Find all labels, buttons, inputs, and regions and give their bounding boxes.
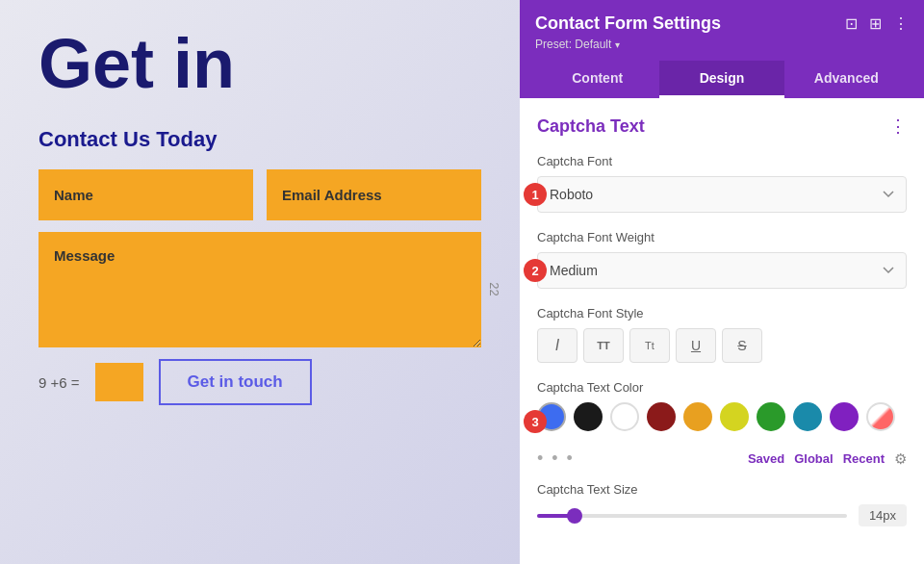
color-green[interactable] xyxy=(757,402,785,431)
italic-button[interactable]: I xyxy=(537,328,578,363)
style-buttons: I TT Tt U S xyxy=(537,328,907,363)
panel-header-icons: ⊡ ⊞ ⋮ xyxy=(845,14,909,33)
underline-button[interactable]: U xyxy=(676,328,716,363)
section-title: Captcha Text xyxy=(537,116,645,137)
captcha-font-weight-group: Captcha Font Weight 2 Medium xyxy=(537,230,907,289)
scroll-number: 22 xyxy=(486,282,500,295)
slider-row: 14px xyxy=(537,504,907,526)
captcha-font-select[interactable]: Roboto xyxy=(537,176,907,213)
color-palette xyxy=(537,402,895,431)
expand-icon[interactable]: ⊡ xyxy=(845,14,858,33)
columns-icon[interactable]: ⊞ xyxy=(869,14,882,33)
slider-value: 14px xyxy=(859,504,907,526)
tab-design[interactable]: Design xyxy=(659,61,783,98)
slider-thumb[interactable] xyxy=(567,508,582,524)
global-btn[interactable]: Global xyxy=(794,451,833,466)
name-field[interactable]: Name xyxy=(38,169,253,220)
color-meta: • • • Saved Global Recent ⚙ xyxy=(537,449,907,469)
captcha-color-label: Captcha Text Color xyxy=(537,380,907,395)
panel-header: Contact Form Settings ⊡ ⊞ ⋮ Preset: Defa… xyxy=(520,0,924,98)
captcha-answer-box[interactable] xyxy=(95,363,143,401)
slider-track[interactable] xyxy=(537,514,847,518)
color-more-btn[interactable]: • • • xyxy=(537,449,575,469)
color-teal[interactable] xyxy=(793,402,822,431)
section-header: Captcha Text ⋮ xyxy=(537,115,907,137)
submit-button[interactable]: Get in touch xyxy=(159,359,312,405)
email-field[interactable]: Email Address xyxy=(267,169,481,220)
panel-tabs: Content Design Advanced xyxy=(535,61,909,98)
form-row-1: Name Email Address xyxy=(38,169,481,220)
captcha-size-label: Captcha Text Size xyxy=(537,482,907,497)
color-orange[interactable] xyxy=(683,402,712,431)
capitalize-button[interactable]: Tt xyxy=(629,328,670,363)
page-title: Get in xyxy=(38,29,481,98)
captcha-color-group: Captcha Text Color 3 • • • xyxy=(537,380,907,469)
strikethrough-button[interactable]: S xyxy=(722,328,762,363)
color-darkred[interactable] xyxy=(647,402,676,431)
message-field[interactable]: Message xyxy=(38,232,481,347)
preset-label[interactable]: Preset: Default ▾ xyxy=(535,38,909,51)
color-settings-icon[interactable]: ⚙ xyxy=(894,450,907,468)
saved-btn[interactable]: Saved xyxy=(748,451,784,466)
settings-panel: Contact Form Settings ⊡ ⊞ ⋮ Preset: Defa… xyxy=(520,0,924,564)
captcha-style-label: Captcha Font Style xyxy=(537,306,907,320)
panel-content: Captcha Text ⋮ Captcha Font 1 Roboto Cap… xyxy=(520,98,924,564)
captcha-font-label: Captcha Font xyxy=(537,154,907,168)
color-yellow[interactable] xyxy=(720,402,749,431)
section-more-icon[interactable]: ⋮ xyxy=(889,115,907,137)
color-black[interactable] xyxy=(574,402,603,431)
preset-arrow: ▾ xyxy=(615,39,620,50)
badge-3: 3 xyxy=(524,410,547,433)
tab-advanced[interactable]: Advanced xyxy=(784,61,909,98)
captcha-weight-label: Captcha Font Weight xyxy=(537,230,907,244)
badge-1: 1 xyxy=(524,183,547,206)
recent-btn[interactable]: Recent xyxy=(843,451,885,466)
tab-content[interactable]: Content xyxy=(535,61,659,98)
captcha-style-group: Captcha Font Style I TT Tt U S xyxy=(537,306,907,363)
color-white[interactable] xyxy=(610,402,639,431)
color-purple[interactable] xyxy=(830,402,859,431)
more-icon[interactable]: ⋮ xyxy=(893,14,909,33)
captcha-size-group: Captcha Text Size 14px xyxy=(537,482,907,526)
captcha-equation: 9 +6 = xyxy=(38,374,80,391)
captcha-font-group: Captcha Font 1 Roboto xyxy=(537,154,907,213)
form-preview: Get in Contact Us Today Name Email Addre… xyxy=(0,0,520,564)
form-bottom: 9 +6 = Get in touch xyxy=(38,359,481,405)
captcha-weight-select[interactable]: Medium xyxy=(537,252,907,289)
contact-label: Contact Us Today xyxy=(38,127,481,152)
uppercase-button[interactable]: TT xyxy=(583,328,624,363)
panel-title: Contact Form Settings xyxy=(535,13,721,34)
badge-2: 2 xyxy=(524,259,547,282)
panel-header-top: Contact Form Settings ⊡ ⊞ ⋮ xyxy=(535,13,909,34)
color-brush[interactable] xyxy=(866,402,895,431)
